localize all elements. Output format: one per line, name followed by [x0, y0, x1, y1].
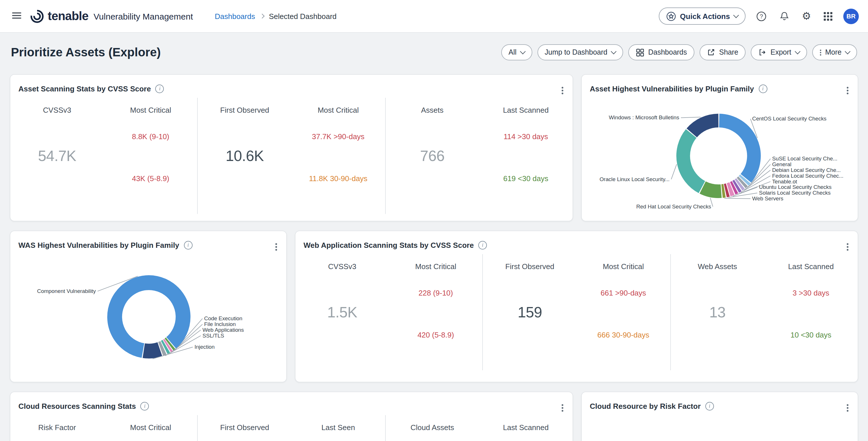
brand-suite: Vulnerability Management	[93, 11, 193, 21]
stat-col-first-observed: First Observed 159	[483, 254, 577, 370]
card-header: Web Application Scanning Stats by CVSS S…	[296, 231, 858, 253]
stat-value: 11.8K 30-90-days	[291, 174, 385, 183]
card-menu-button[interactable]	[842, 81, 853, 96]
stat-col-most-critical: Most Critical 8.8K (9-10) 43K (5-8.9)	[104, 98, 198, 214]
stat-value: 114 >30 days	[479, 132, 572, 141]
stat-col-last-scanned: Last Scanned 3 >30 days 10 <30 days	[764, 254, 858, 370]
info-icon[interactable]	[705, 402, 714, 411]
svg-text:Web Applications: Web Applications	[202, 327, 244, 333]
stat-big-value: 1.5K	[296, 303, 389, 321]
apps-grid-icon	[823, 11, 833, 21]
export-dropdown[interactable]: Export	[751, 44, 807, 60]
breadcrumb-dashboards-link[interactable]: Dashboards	[215, 12, 255, 21]
help-button[interactable]: ?	[754, 9, 769, 23]
tenable-logo-icon	[30, 9, 44, 23]
stat-value: 8.8K (9-10)	[104, 132, 197, 141]
stat-value: 420 (5-8.9)	[389, 331, 482, 339]
notifications-button[interactable]	[777, 9, 792, 23]
stat-header: First Observed	[198, 106, 291, 114]
card-menu-button[interactable]	[842, 237, 853, 253]
svg-text:Solaris Local Security Checks: Solaris Local Security Checks	[759, 190, 831, 196]
donut-chart-asset-plugin-family[interactable]: Windows : Microsoft BulletinsCentOS Loca…	[582, 98, 858, 222]
card-header: Asset Scanning Stats by CVSS Score	[10, 75, 572, 96]
brand-name: tenable	[48, 9, 88, 23]
quick-actions-label: Quick Actions	[680, 12, 730, 21]
export-label: Export	[771, 48, 791, 56]
stat-col-cvssv3: CVSSv3 1.5K	[296, 254, 389, 370]
more-dropdown[interactable]: More	[812, 44, 857, 60]
donut-chart-was-plugin-family[interactable]: Code ExecutionFile InclusionWeb Applicat…	[10, 254, 286, 382]
stat-header: Most Critical	[291, 106, 385, 114]
stat-header: Most Critical	[104, 423, 197, 432]
card-web-app-scanning-stats: Web Application Scanning Stats by CVSS S…	[295, 231, 858, 382]
card-asset-highest-vulns-plugin-family: Asset Highest Vulnerabilities by Plugin …	[581, 74, 858, 222]
kebab-icon	[275, 246, 277, 248]
stat-col-assets: Assets 766	[385, 98, 479, 214]
dashboard-grid: Asset Scanning Stats by CVSS Score CVSSv…	[0, 60, 868, 441]
info-icon[interactable]	[155, 85, 164, 93]
info-icon[interactable]	[478, 241, 487, 249]
card-menu-button[interactable]	[557, 399, 568, 414]
stat-value: 661 >90-days	[577, 289, 670, 297]
dashboards-grid-icon	[636, 48, 644, 57]
stat-header: Last Scanned	[479, 106, 572, 114]
export-icon	[758, 48, 767, 56]
app-window: tenable Vulnerability Management Dashboa…	[0, 0, 868, 441]
star-icon	[666, 11, 676, 21]
card-menu-button[interactable]	[271, 237, 282, 253]
quick-actions-button[interactable]: Quick Actions	[659, 7, 746, 25]
kebab-icon	[562, 90, 563, 91]
card-menu-button[interactable]	[842, 399, 853, 414]
card-asset-scanning-stats: Asset Scanning Stats by CVSS Score CVSSv…	[10, 74, 573, 222]
chevron-down-icon	[795, 48, 800, 54]
stat-header: CVSSv3	[10, 106, 104, 114]
jump-label: Jump to Dashboard	[545, 48, 607, 56]
card-cloud-resource-by-risk-factor: Cloud Resource by Risk Factor	[581, 391, 858, 441]
stat-big-value: 10.6K	[198, 147, 291, 165]
dashboards-label: Dashboards	[648, 48, 687, 56]
settings-button[interactable]: ⚙	[800, 9, 813, 23]
jump-to-dashboard-dropdown[interactable]: Jump to Dashboard	[537, 44, 623, 60]
svg-text:Web Servers: Web Servers	[752, 196, 783, 202]
filter-all-label: All	[508, 48, 517, 56]
stat-col-last-scanned: Last Scanned 114 >30 days 619 <30 days	[479, 98, 572, 214]
filter-all-dropdown[interactable]: All	[501, 44, 532, 60]
info-icon[interactable]	[758, 85, 767, 93]
kebab-icon	[820, 52, 821, 53]
apps-menu-button[interactable]	[822, 9, 835, 23]
card-title: Cloud Resources Scanning Stats	[19, 402, 136, 411]
stat-value: 43K (5-8.9)	[104, 174, 197, 183]
brand: tenable Vulnerability Management	[30, 9, 193, 23]
stat-header: Most Critical	[577, 262, 670, 271]
stat-col-most-critical: Most Critical 228 (9-10) 420 (5-8.9)	[389, 254, 483, 370]
stat-header: First Observed	[198, 423, 291, 432]
card-cloud-resources-scanning-stats: Cloud Resources Scanning Stats Risk Fact…	[10, 391, 573, 441]
svg-text:?: ?	[760, 13, 763, 19]
info-icon[interactable]	[184, 241, 192, 249]
stat-header: Last Seen	[291, 423, 385, 432]
user-avatar[interactable]: BR	[843, 8, 859, 24]
stat-col-risk-factor: Risk Factor	[10, 415, 104, 441]
hamburger-menu-button[interactable]	[9, 8, 24, 24]
page-header: Prioritize Assets (Explore) All Jump to …	[0, 33, 868, 60]
svg-text:Fedora Local Security Chec...: Fedora Local Security Chec...	[772, 173, 843, 179]
card-title: Web Application Scanning Stats by CVSS S…	[304, 241, 474, 249]
svg-text:General: General	[772, 161, 791, 167]
share-button[interactable]: Share	[700, 44, 746, 60]
stat-header: Cloud Assets	[385, 423, 479, 432]
svg-text:Injection: Injection	[194, 344, 215, 350]
info-icon[interactable]	[141, 402, 149, 411]
stat-header: Assets	[385, 106, 479, 114]
share-label: Share	[719, 48, 738, 56]
stat-big-value: 766	[385, 147, 479, 165]
hamburger-icon	[11, 9, 23, 23]
svg-text:SSL/TLS: SSL/TLS	[202, 333, 224, 339]
stat-value: 37.7K >90-days	[291, 132, 385, 141]
stat-big-value: 13	[671, 303, 764, 321]
card-title: Asset Scanning Stats by CVSS Score	[19, 85, 151, 93]
svg-text:Tenable.ot: Tenable.ot	[772, 179, 797, 184]
card-menu-button[interactable]	[557, 81, 568, 96]
stat-value: 10 <30 days	[764, 331, 858, 339]
svg-text:Oracle Linux Local Security...: Oracle Linux Local Security...	[599, 176, 670, 182]
dashboards-button[interactable]: Dashboards	[628, 44, 694, 60]
